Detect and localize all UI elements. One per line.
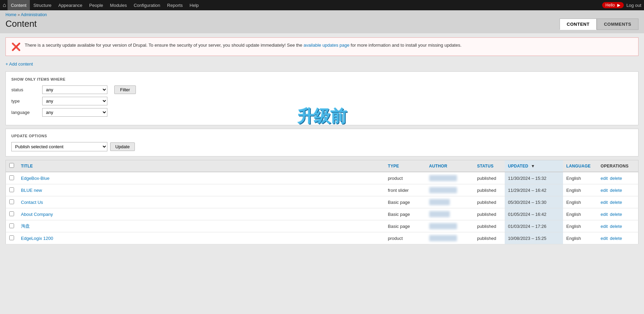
top-navigation: ⌂ ContentStructureAppearancePeopleModule… — [0, 0, 644, 10]
row-ops-cell: editdelete — [597, 208, 639, 220]
breadcrumb-home[interactable]: Home — [5, 12, 16, 17]
row-checkbox[interactable] — [9, 187, 14, 192]
row-op-edit[interactable]: edit — [601, 212, 608, 217]
update-box: UPDATE OPTIONS Publish selected content … — [5, 129, 639, 156]
row-op-edit[interactable]: edit — [601, 224, 608, 229]
row-op-edit[interactable]: edit — [601, 188, 608, 193]
row-checkbox-cell — [6, 172, 18, 184]
row-op-delete[interactable]: delete — [610, 200, 622, 205]
row-language-cell: English — [563, 208, 597, 220]
row-ops-cell: editdelete — [597, 184, 639, 196]
row-title-cell: EdgeBox-Blue — [17, 172, 385, 184]
row-title-link[interactable]: EdgeBox-Blue — [21, 176, 49, 181]
row-title-link[interactable]: 淘盘 — [21, 223, 30, 229]
row-author-cell: admin — [426, 196, 474, 208]
add-content-link[interactable]: Add content — [5, 61, 33, 67]
row-checkbox[interactable] — [9, 223, 14, 228]
row-status-cell: published — [474, 196, 505, 208]
update-select[interactable]: Publish selected content Unpublish selec… — [11, 142, 107, 151]
nav-item-reports[interactable]: Reports — [164, 0, 186, 10]
row-ops-cell: editdelete — [597, 196, 639, 208]
table-row: EdgeBox-Blue product administrator publi… — [6, 172, 639, 184]
filter-label-type: type — [11, 98, 39, 104]
filter-row-status: status any published unpublished Filter — [11, 85, 633, 94]
table-header-updated[interactable]: UPDATED ▼ — [505, 160, 563, 172]
alert-link[interactable]: available updates page — [304, 43, 350, 48]
table-row: BLUE new front slider administrator publ… — [6, 184, 639, 196]
filter-button[interactable]: Filter — [114, 85, 136, 94]
row-author: admin — [429, 211, 450, 217]
alert-message-before: There is a security update available for… — [25, 43, 304, 48]
table-header-author[interactable]: AUTHOR — [426, 160, 474, 172]
page-title: Content — [5, 19, 37, 29]
filter-row-language: language any English — [11, 108, 633, 117]
row-author-cell: administrator — [426, 172, 474, 184]
row-author-cell: administrator — [426, 232, 474, 244]
nav-item-help[interactable]: Help — [186, 0, 202, 10]
row-op-delete[interactable]: delete — [610, 236, 622, 241]
row-title-cell: BLUE new — [17, 184, 385, 196]
table-row: About Company Basic page admin published… — [6, 208, 639, 220]
row-ops-cell: editdelete — [597, 232, 639, 244]
nav-item-content[interactable]: Content — [8, 0, 30, 10]
alert-message-after: for more information and to install your… — [349, 43, 461, 48]
row-checkbox-cell — [6, 184, 18, 196]
row-status-cell: published — [474, 172, 505, 184]
row-title-cell: EdgeLogix 1200 — [17, 232, 385, 244]
filter-select-status[interactable]: any published unpublished — [42, 85, 107, 94]
row-op-delete[interactable]: delete — [610, 176, 622, 181]
table-header-check — [6, 160, 18, 172]
row-checkbox[interactable] — [9, 235, 14, 240]
row-type-cell: product — [385, 172, 426, 184]
filter-box: SHOW ONLY ITEMS WHERE status any publish… — [5, 71, 639, 125]
nav-item-appearance[interactable]: Appearance — [55, 0, 86, 10]
hello-badge: Hello ▶ — [602, 2, 624, 8]
row-op-edit[interactable]: edit — [601, 176, 608, 181]
row-title-link[interactable]: EdgeLogix 1200 — [21, 236, 53, 241]
row-op-delete[interactable]: delete — [610, 224, 622, 229]
nav-item-structure[interactable]: Structure — [30, 0, 55, 10]
breadcrumb: Home » Administration — [5, 12, 639, 17]
tab-comments[interactable]: COMMENTS — [597, 19, 639, 30]
row-updated-cell: 10/08/2023 – 15:25 — [505, 232, 563, 244]
row-title-link[interactable]: About Company — [21, 212, 53, 217]
row-type-cell: front slider — [385, 184, 426, 196]
alert-box: ❌ There is a security update available f… — [5, 37, 639, 56]
row-language-cell: English — [563, 184, 597, 196]
content-tabs: CONTENTCOMMENTS — [560, 19, 639, 30]
table-row: EdgeLogix 1200 product administrator pub… — [6, 232, 639, 244]
row-title-cell: 淘盘 — [17, 220, 385, 232]
row-checkbox[interactable] — [9, 199, 14, 204]
row-op-delete[interactable]: delete — [610, 188, 622, 193]
logout-button[interactable]: Log out — [627, 3, 641, 8]
nav-item-modules[interactable]: Modules — [107, 0, 130, 10]
nav-item-configuration[interactable]: Configuration — [130, 0, 164, 10]
sort-arrow-icon: ▼ — [531, 164, 535, 168]
select-all-checkbox[interactable] — [9, 163, 14, 168]
row-status-cell: published — [474, 232, 505, 244]
row-ops-cell: editdelete — [597, 220, 639, 232]
row-op-edit[interactable]: edit — [601, 236, 608, 241]
breadcrumb-admin[interactable]: Administration — [21, 12, 47, 17]
row-checkbox[interactable] — [9, 211, 14, 216]
row-title-link[interactable]: BLUE new — [21, 188, 42, 193]
filter-row-type: type any Basic page product front slider — [11, 97, 633, 105]
row-op-delete[interactable]: delete — [610, 212, 622, 217]
row-status-cell: published — [474, 208, 505, 220]
nav-right: Hello ▶ Log out — [602, 2, 641, 8]
table-header-type[interactable]: TYPE — [385, 160, 426, 172]
table-header-title[interactable]: TITLE — [17, 160, 385, 172]
update-button[interactable]: Update — [110, 142, 135, 151]
row-updated-cell: 01/05/2024 – 16:42 — [505, 208, 563, 220]
nav-item-people[interactable]: People — [86, 0, 106, 10]
row-op-edit[interactable]: edit — [601, 200, 608, 205]
filter-select-type[interactable]: any Basic page product front slider — [42, 97, 107, 105]
table-header-language[interactable]: LANGUAGE — [563, 160, 597, 172]
row-checkbox[interactable] — [9, 175, 14, 180]
filter-select-language[interactable]: any English — [42, 108, 107, 117]
row-author: administrator — [429, 235, 457, 241]
row-title-link[interactable]: Contact Us — [21, 200, 43, 205]
table-header-status[interactable]: STATUS — [474, 160, 505, 172]
home-icon[interactable]: ⌂ — [3, 2, 6, 8]
tab-content[interactable]: CONTENT — [560, 19, 597, 30]
